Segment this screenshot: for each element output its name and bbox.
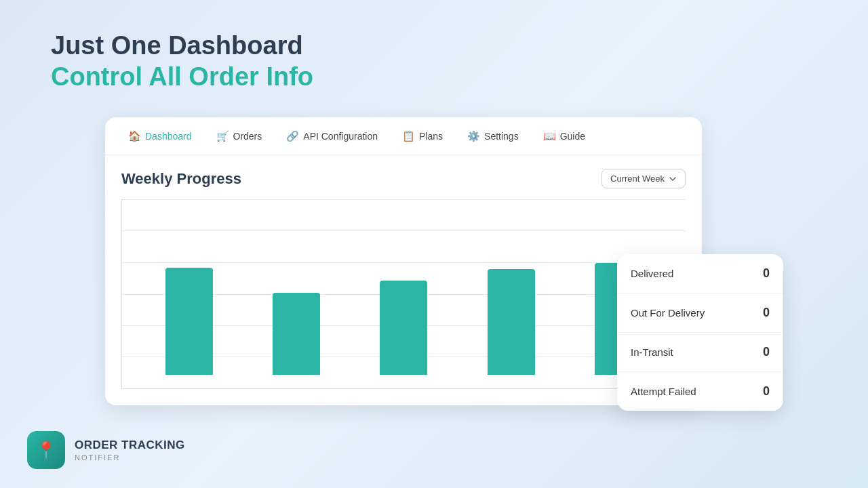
brand-icon-symbol: 📍	[36, 441, 56, 460]
bar-chart	[121, 199, 686, 389]
nav-icon: 📋	[402, 130, 415, 142]
chart-section: Weekly Progress Current Week	[105, 155, 702, 405]
stat-value: 0	[763, 345, 770, 359]
stat-label: Attempt Failed	[631, 386, 696, 397]
nav-item-orders[interactable]: 🛒Orders	[207, 125, 272, 148]
nav-item-settings[interactable]: ⚙️Settings	[458, 125, 528, 148]
bars-container	[136, 212, 672, 375]
nav-label: Dashboard	[145, 131, 192, 142]
stat-row: Delivered 0	[617, 254, 783, 293]
page-title-main: Just One Dashboard	[51, 30, 313, 62]
nav-icon: 🛒	[216, 130, 229, 142]
nav-label: Settings	[484, 131, 519, 142]
stat-label: Delivered	[631, 268, 673, 279]
nav-icon: 🔗	[286, 130, 299, 142]
nav-label: API Configuration	[303, 131, 378, 142]
stat-label: In-Transit	[631, 346, 673, 358]
chart-header: Weekly Progress Current Week	[121, 169, 686, 188]
nav-label: Plans	[419, 131, 443, 142]
stat-row: Out For Delivery 0	[617, 293, 783, 333]
nav-label: Orders	[233, 131, 262, 142]
nav-icon: 📖	[543, 130, 556, 142]
week-selector-label: Current Week	[610, 174, 665, 184]
stat-value: 0	[763, 266, 770, 281]
nav-item-guide[interactable]: 📖Guide	[534, 125, 595, 148]
brand-icon: 📍	[27, 431, 65, 469]
chevron-down-icon	[669, 175, 677, 183]
week-selector[interactable]: Current Week	[601, 169, 686, 188]
nav-icon: ⚙️	[467, 130, 480, 142]
stat-row: Attempt Failed 0	[617, 372, 783, 411]
chart-bar-0	[165, 268, 213, 375]
brand-text: ORDER TRACKING NOTIFIER	[75, 439, 185, 462]
branding: 📍 ORDER TRACKING NOTIFIER	[27, 431, 185, 469]
stat-label: Out For Delivery	[631, 307, 705, 319]
nav-label: Guide	[560, 131, 585, 142]
stats-panel: Delivered 0 Out For Delivery 0 In-Transi…	[617, 254, 783, 411]
page-title-sub: Control All Order Info	[51, 62, 313, 93]
dashboard-card: 🏠Dashboard🛒Orders🔗API Configuration📋Plan…	[105, 117, 702, 405]
weekly-progress-title: Weekly Progress	[121, 170, 241, 188]
brand-sub: NOTIFIER	[75, 453, 185, 462]
stat-value: 0	[763, 384, 770, 399]
nav-icon: 🏠	[128, 130, 141, 142]
brand-name: ORDER TRACKING	[75, 439, 185, 452]
stat-value: 0	[763, 306, 770, 320]
nav-item-plans[interactable]: 📋Plans	[393, 125, 452, 148]
nav-bar: 🏠Dashboard🛒Orders🔗API Configuration📋Plan…	[105, 117, 702, 155]
page-header: Just One Dashboard Control All Order Inf…	[51, 30, 313, 92]
chart-bar-2	[380, 281, 427, 375]
nav-item-dashboard[interactable]: 🏠Dashboard	[119, 125, 201, 148]
nav-item-api-configuration[interactable]: 🔗API Configuration	[277, 125, 387, 148]
chart-bar-3	[488, 269, 535, 375]
chart-bar-1	[273, 293, 320, 375]
stat-row: In-Transit 0	[617, 333, 783, 372]
